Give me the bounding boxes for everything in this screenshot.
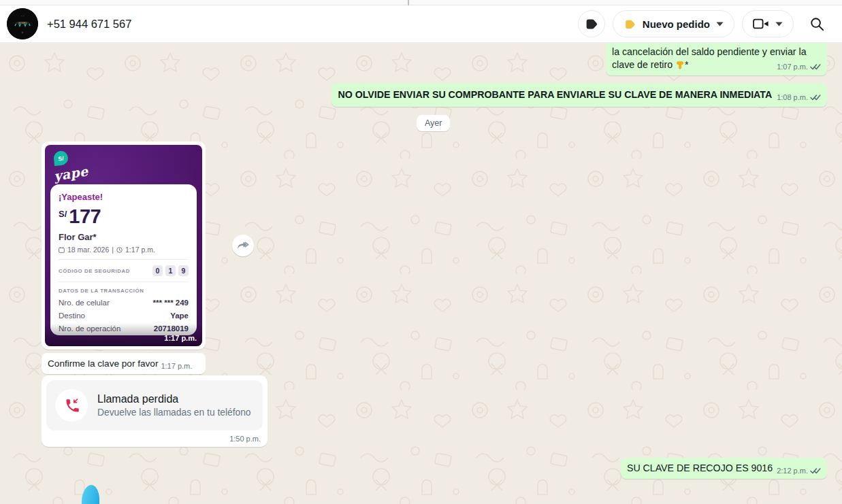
panel-divider-tick xyxy=(408,0,409,5)
message-time: 1:17 p.m. xyxy=(161,362,192,370)
forward-button[interactable] xyxy=(232,235,254,256)
currency-symbol: S/ xyxy=(59,209,67,226)
video-camera-icon xyxy=(753,17,769,31)
contact-avatar[interactable]: GIOVED ~ ~ xyxy=(7,8,38,39)
message-text: SU CLAVE DE RECOJO ES 9016 xyxy=(627,462,773,475)
chevron-down-icon xyxy=(716,22,724,27)
search-icon xyxy=(809,16,825,32)
avatar-logo: GIOVED ~ ~ xyxy=(7,8,38,39)
amount-value: 177 xyxy=(69,206,101,226)
double-check-icon xyxy=(810,63,821,71)
missed-call-title: Llamada perdida xyxy=(97,393,251,405)
digit-box: 9 xyxy=(178,265,189,276)
receipt-card: ¡Yapeaste! S/ 177 Flor Gar* 18 mar. 2026… xyxy=(50,184,197,335)
row-label: Destino xyxy=(59,312,85,320)
row-label: Nro. de celular xyxy=(59,299,110,307)
yape-logo: S/ yape xyxy=(54,151,88,181)
clock-icon xyxy=(116,247,123,253)
double-check-icon xyxy=(810,94,821,101)
receipt-amount: S/ 177 xyxy=(59,206,189,226)
message-time: 1:50 p.m. xyxy=(46,435,261,443)
security-code-row: CÓDIGO DE SEGURIDAD 0 1 9 xyxy=(59,265,189,276)
security-code-label: CÓDIGO DE SEGURIDAD xyxy=(59,268,130,274)
divider xyxy=(59,259,189,260)
message-meta: 2:12 p.m. xyxy=(777,467,821,475)
forward-icon xyxy=(237,241,249,250)
transaction-row: Nro. de celular *** *** 249 xyxy=(59,299,189,307)
chevron-down-icon xyxy=(775,22,783,27)
divider xyxy=(59,282,189,282)
calendar-icon xyxy=(59,247,65,253)
order-tag-icon xyxy=(624,18,636,31)
video-call-button[interactable] xyxy=(742,10,794,37)
missed-call-icon-circle xyxy=(55,389,88,422)
chat-panel[interactable]: la cancelación del saldo pendiente y env… xyxy=(0,43,842,504)
yape-receipt-image: S/ yape ¡Yapeaste! S/ 177 Flor Gar* 18 m… xyxy=(45,145,202,346)
receipt-date: 18 mar. 2026 xyxy=(67,246,109,254)
payer-name: Flor Gar* xyxy=(59,232,189,242)
message-meta: 1:17 p.m. xyxy=(161,362,192,370)
digit-box: 1 xyxy=(165,265,176,276)
double-check-icon xyxy=(810,467,821,475)
missed-call-subtitle: Devuelve las llamadas en tu teléfono xyxy=(97,407,251,418)
label-tag-icon xyxy=(584,16,599,31)
row-value: Yape xyxy=(170,312,189,320)
message-time: 1:08 p.m. xyxy=(777,93,808,101)
receipt-time: 1:17 p.m. xyxy=(125,246,155,254)
point-down-emoji xyxy=(675,60,685,69)
new-order-label: Nuevo pedido xyxy=(643,18,710,30)
message-outgoing-clave: SU CLAVE DE RECOJO ES 9016 2:12 p.m. xyxy=(621,458,827,479)
row-value: *** *** 249 xyxy=(153,299,189,307)
svg-text:GIOVED: GIOVED xyxy=(18,22,27,24)
message-time: 2:12 p.m. xyxy=(777,467,808,475)
label-quick-button[interactable] xyxy=(578,10,605,37)
missed-call-icon xyxy=(63,397,80,414)
window-top-strip xyxy=(0,0,842,5)
security-code-digits: 0 1 9 xyxy=(152,265,189,276)
search-button[interactable] xyxy=(805,12,828,35)
transaction-section-label: DATOS DE LA TRANSACCIÓN xyxy=(59,288,189,294)
message-outgoing-no-olvide: NO OLVIDE ENVIAR SU COMPROBANTE PARA ENV… xyxy=(331,83,827,107)
message-text: NO OLVIDE ENVIAR SU COMPROBANTE PARA ENV… xyxy=(338,88,772,101)
message-meta: 1:08 p.m. xyxy=(777,93,821,101)
separator: | xyxy=(112,246,114,254)
date-divider: Ayer xyxy=(417,115,450,131)
header-actions: Nuevo pedido xyxy=(578,10,828,37)
chat-header: GIOVED ~ ~ +51 944 671 567 Nuevo pedido xyxy=(0,5,842,43)
yape-bubble-icon: S/ xyxy=(53,150,69,166)
message-incoming-image[interactable]: S/ yape ¡Yapeaste! S/ 177 Flor Gar* 18 m… xyxy=(42,141,206,350)
svg-text:~ ~: ~ ~ xyxy=(20,15,24,18)
message-time: 1:07 p.m. xyxy=(777,63,808,71)
receipt-datetime: 18 mar. 2026 | 1:17 p.m. xyxy=(59,246,189,254)
missed-call-card: Llamada perdida Devuelve las llamadas en… xyxy=(46,380,263,431)
digit-box: 0 xyxy=(152,265,163,276)
transaction-row: Destino Yape xyxy=(59,312,189,320)
new-order-button[interactable]: Nuevo pedido xyxy=(613,10,734,37)
message-outgoing-cancelacion: la cancelación del saldo pendiente y env… xyxy=(606,43,827,75)
receipt-title: ¡Yapeaste! xyxy=(59,192,189,202)
message-missed-call: Llamada perdida Devuelve las llamadas en… xyxy=(42,375,268,447)
image-timestamp: 1:17 p.m. xyxy=(164,334,197,342)
contact-name[interactable]: +51 944 671 567 xyxy=(47,18,131,31)
message-text: Confirme la clave por favor xyxy=(48,357,158,370)
missed-call-texts: Llamada perdida Devuelve las llamadas en… xyxy=(97,393,251,418)
message-incoming-confirme: Confirme la clave por favor 1:17 p.m. xyxy=(42,353,206,374)
yape-wordmark: yape xyxy=(53,163,90,184)
